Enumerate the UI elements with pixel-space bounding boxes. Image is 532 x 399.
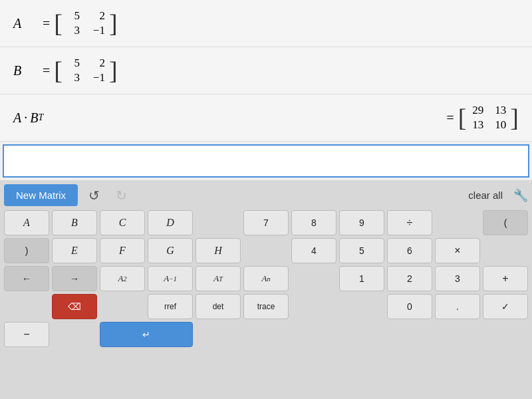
result-expression: A · B T xyxy=(13,110,43,126)
key-A[interactable]: A xyxy=(4,210,49,235)
key-F[interactable]: F xyxy=(100,238,145,263)
key-A-n[interactable]: An xyxy=(243,266,289,291)
result-a-label: A xyxy=(13,110,21,126)
spacer-8 xyxy=(291,294,336,319)
key-check[interactable]: ✓ xyxy=(483,294,528,319)
matrix-a-content: 5 2 3 −1 xyxy=(63,7,109,40)
key-D[interactable]: D xyxy=(148,210,193,235)
matrix-b-cell-1: 2 xyxy=(92,57,105,70)
spacer-5 xyxy=(291,266,336,291)
bracket-left-result: [ xyxy=(458,105,467,130)
undo-button[interactable]: ↺ xyxy=(83,185,105,206)
expression-input[interactable] xyxy=(3,144,529,178)
matrix-a-cell-2: 3 xyxy=(66,24,80,37)
matrix-b-label: B xyxy=(13,63,33,78)
spacer-1 xyxy=(196,210,241,235)
result-equals: = xyxy=(446,110,454,126)
matrix-a-cell-3: −1 xyxy=(92,24,105,37)
key-7[interactable]: 7 xyxy=(243,210,289,235)
matrix-a-row: A = [ 5 2 3 −1 ] xyxy=(0,0,532,47)
key-2[interactable]: 2 xyxy=(387,266,432,291)
bracket-left-b: [ xyxy=(54,58,63,83)
matrix-a-bracket: [ 5 2 3 −1 ] xyxy=(54,7,117,40)
spacer-2 xyxy=(435,210,480,235)
result-b-label: B xyxy=(30,110,38,126)
key-H[interactable]: H xyxy=(196,238,241,263)
matrix-b-equals: = xyxy=(43,63,50,78)
keypad: A B C D 7 8 9 ÷ ( ) E F G H 4 5 6 × ← → xyxy=(4,210,528,347)
key-A-inverse[interactable]: A−1 xyxy=(148,266,193,291)
key-dot[interactable]: . xyxy=(435,294,480,319)
key-trace[interactable]: trace xyxy=(243,294,289,319)
key-3[interactable]: 3 xyxy=(435,266,480,291)
redo-button[interactable]: ↻ xyxy=(110,185,132,206)
key-4[interactable]: 4 xyxy=(291,238,336,263)
app-container: A = [ 5 2 3 −1 ] B = [ 5 2 3 −1 ] xyxy=(0,0,532,399)
toolbar-row: New Matrix ↺ ↻ clear all 🔧 xyxy=(4,184,528,206)
spacer-4 xyxy=(483,238,528,263)
spacer-9 xyxy=(339,294,384,319)
key-arrow-right[interactable]: → xyxy=(52,266,97,291)
result-T-super: T xyxy=(38,112,43,123)
settings-button[interactable]: 🔧 xyxy=(513,188,528,203)
key-enter[interactable]: ↵ xyxy=(100,322,193,347)
matrix-a-cell-0: 5 xyxy=(66,9,80,23)
result-cell-3: 10 xyxy=(493,118,506,132)
key-8[interactable]: 8 xyxy=(291,210,336,235)
key-backspace[interactable]: ⌫ xyxy=(52,294,97,319)
key-plus[interactable]: + xyxy=(483,266,528,291)
key-rref[interactable]: rref xyxy=(148,294,193,319)
key-A-squared[interactable]: A2 xyxy=(100,266,145,291)
clear-all-button[interactable]: clear all xyxy=(463,187,508,203)
result-value: = [ 29 13 13 10 ] xyxy=(446,101,519,134)
key-det[interactable]: det xyxy=(196,294,241,319)
key-divide[interactable]: ÷ xyxy=(387,210,432,235)
result-cell-2: 13 xyxy=(470,118,483,132)
result-row: A · B T = [ 29 13 13 10 ] xyxy=(0,94,532,142)
bracket-right-b: ] xyxy=(109,58,118,83)
key-0[interactable]: 0 xyxy=(387,294,432,319)
key-B[interactable]: B xyxy=(52,210,97,235)
new-matrix-button[interactable]: New Matrix xyxy=(4,184,78,206)
matrix-b-bracket: [ 5 2 3 −1 ] xyxy=(54,54,117,87)
result-dot: · xyxy=(24,110,27,126)
key-multiply[interactable]: × xyxy=(435,238,480,263)
matrix-a-label: A xyxy=(13,16,33,31)
key-G[interactable]: G xyxy=(148,238,193,263)
matrix-b-cell-0: 5 xyxy=(66,57,80,70)
bracket-right-a: ] xyxy=(109,11,118,36)
spacer-7 xyxy=(100,294,145,319)
matrix-a-cell-1: 2 xyxy=(92,9,105,23)
key-E[interactable]: E xyxy=(52,238,97,263)
key-minus[interactable]: − xyxy=(4,322,49,347)
bracket-left-a: [ xyxy=(54,11,63,36)
spacer-10 xyxy=(52,322,97,347)
bracket-right-result: ] xyxy=(510,105,519,130)
key-1[interactable]: 1 xyxy=(339,266,384,291)
spacer-6 xyxy=(4,294,49,319)
matrix-b-cell-2: 3 xyxy=(66,71,80,84)
key-A-transpose[interactable]: AT xyxy=(196,266,241,291)
keyboard-area: New Matrix ↺ ↻ clear all 🔧 A B C D 7 8 9… xyxy=(0,180,532,399)
key-C[interactable]: C xyxy=(100,210,145,235)
spacer-3 xyxy=(243,238,289,263)
key-6[interactable]: 6 xyxy=(387,238,432,263)
key-paren-open[interactable]: ( xyxy=(483,210,528,235)
result-cell-1: 13 xyxy=(493,104,506,117)
matrix-a-equals: = xyxy=(43,16,50,31)
matrix-b-content: 5 2 3 −1 xyxy=(63,54,109,87)
result-matrix-content: 29 13 13 10 xyxy=(466,101,510,134)
key-9[interactable]: 9 xyxy=(339,210,384,235)
key-arrow-left[interactable]: ← xyxy=(4,266,49,291)
key-paren-close[interactable]: ) xyxy=(4,238,49,263)
key-5[interactable]: 5 xyxy=(339,238,384,263)
matrix-b-cell-3: −1 xyxy=(92,71,105,84)
result-cell-0: 29 xyxy=(470,104,483,117)
matrix-b-row: B = [ 5 2 3 −1 ] xyxy=(0,47,532,94)
